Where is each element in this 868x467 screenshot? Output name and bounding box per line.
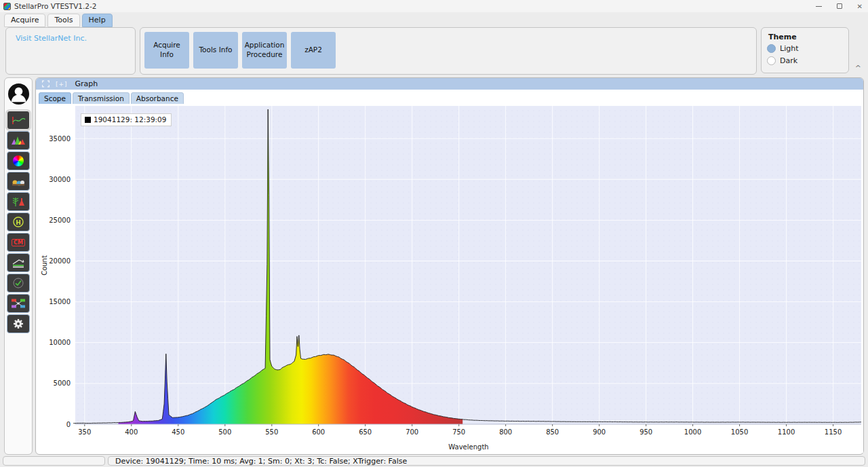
app-window: StellarPro VTESTV1.2-2 ✕ Acquire Tools H…	[0, 0, 868, 467]
svg-text:1100: 1100	[778, 428, 795, 436]
chart-legend: 19041129: 12:39:09	[81, 113, 172, 126]
status-box-left	[3, 456, 105, 466]
svg-text:Count: Count	[41, 255, 48, 276]
svg-text:15000: 15000	[49, 298, 71, 305]
svg-text:1050: 1050	[731, 428, 748, 436]
svg-text:1150: 1150	[825, 428, 842, 436]
float-graph-icon[interactable]: [+]	[56, 81, 68, 88]
settings-gear-icon[interactable]	[7, 314, 30, 333]
app-icon	[3, 3, 11, 10]
user-avatar-icon[interactable]	[7, 83, 30, 105]
collapse-panel-chevron[interactable]: ^	[855, 64, 861, 73]
close-icon[interactable]: ✕	[857, 3, 863, 10]
hydrogen-lamp-icon[interactable]: H	[7, 212, 30, 231]
spectrum-peaks-icon[interactable]	[7, 131, 30, 150]
graph-panel-title: Graph	[75, 79, 98, 88]
svg-text:750: 750	[452, 428, 465, 436]
svg-text:25000: 25000	[49, 217, 71, 224]
window-titlebar: StellarPro VTESTV1.2-2 ✕	[0, 0, 868, 12]
svg-text:350: 350	[78, 428, 91, 436]
zap2-button[interactable]: zAP2	[291, 32, 336, 69]
sidebar: H CM	[4, 77, 33, 455]
svg-text:800: 800	[499, 428, 512, 436]
svg-text:35000: 35000	[49, 135, 71, 143]
chemistry-plant-flask-icon[interactable]	[7, 192, 30, 211]
color-measure-cm-icon[interactable]: CM	[7, 233, 30, 252]
tools-info-button[interactable]: Tools Info	[193, 32, 238, 69]
status-text: Device: 19041129; Time: 10 ms; Avg: 1; S…	[115, 457, 407, 466]
theme-panel: Theme Light Dark	[761, 27, 849, 73]
menu-tools[interactable]: Tools	[47, 14, 79, 27]
svg-text:550: 550	[265, 428, 278, 436]
theme-light-radio[interactable]	[767, 44, 776, 53]
menu-bar: Acquire Tools Help	[4, 14, 113, 27]
minimize-icon[interactable]	[816, 6, 822, 7]
process-nodes-icon[interactable]	[7, 294, 30, 313]
acquire-info-button[interactable]: Acquire Info	[144, 32, 189, 69]
svg-text:0: 0	[66, 421, 71, 428]
spectrum-chart: 3504004505005506006507007508008509009501…	[39, 104, 863, 453]
help-buttons-panel: Acquire Info Tools Info Application Proc…	[140, 27, 757, 75]
irradiance-scene-icon[interactable]	[7, 172, 30, 191]
maximize-icon[interactable]	[837, 3, 842, 9]
svg-text:850: 850	[546, 428, 559, 436]
validation-check-icon[interactable]	[7, 274, 30, 293]
svg-text:450: 450	[172, 428, 184, 436]
svg-text:900: 900	[593, 428, 606, 436]
graph-panel: [+] Graph Scope Transmission Absorbance …	[35, 77, 864, 455]
svg-text:1000: 1000	[684, 428, 701, 436]
svg-text:600: 600	[312, 428, 325, 436]
window-title: StellarPro VTESTV1.2-2	[14, 2, 96, 10]
menu-acquire[interactable]: Acquire	[4, 14, 45, 27]
stellarnet-link[interactable]: Visit StellarNet Inc.	[16, 34, 87, 43]
legend-label: 19041129: 12:39:09	[94, 115, 166, 124]
status-bar: Device: 19041129; Time: 10 ms; Avg: 1; S…	[108, 456, 865, 466]
svg-text:650: 650	[359, 428, 372, 436]
theme-dark-label: Dark	[780, 56, 797, 65]
expand-graph-icon[interactable]	[42, 80, 50, 88]
help-link-panel: Visit StellarNet Inc.	[5, 27, 136, 75]
theme-light-label: Light	[780, 44, 798, 53]
chart-levels-icon[interactable]	[7, 253, 30, 272]
svg-text:H: H	[16, 219, 21, 226]
svg-text:Wavelength: Wavelength	[448, 443, 488, 451]
menu-help[interactable]: Help	[82, 14, 113, 27]
color-wheel-icon[interactable]	[7, 151, 30, 170]
application-procedure-button[interactable]: Application Procedure	[242, 32, 287, 69]
scope-graph-icon[interactable]	[7, 111, 30, 130]
svg-text:700: 700	[406, 428, 418, 436]
legend-swatch	[85, 117, 91, 123]
svg-text:400: 400	[125, 428, 138, 436]
svg-text:20000: 20000	[49, 257, 71, 265]
svg-text:30000: 30000	[49, 176, 71, 183]
svg-text:5000: 5000	[54, 379, 71, 387]
svg-text:10000: 10000	[49, 339, 71, 346]
spectrum-chart-svg: 3504004505005506006507007508008509009501…	[39, 104, 863, 453]
graph-titlebar: [+] Graph	[36, 78, 863, 90]
svg-text:500: 500	[218, 428, 231, 436]
svg-text:950: 950	[639, 428, 652, 436]
theme-title: Theme	[768, 33, 797, 41]
theme-dark-radio[interactable]	[767, 56, 776, 65]
